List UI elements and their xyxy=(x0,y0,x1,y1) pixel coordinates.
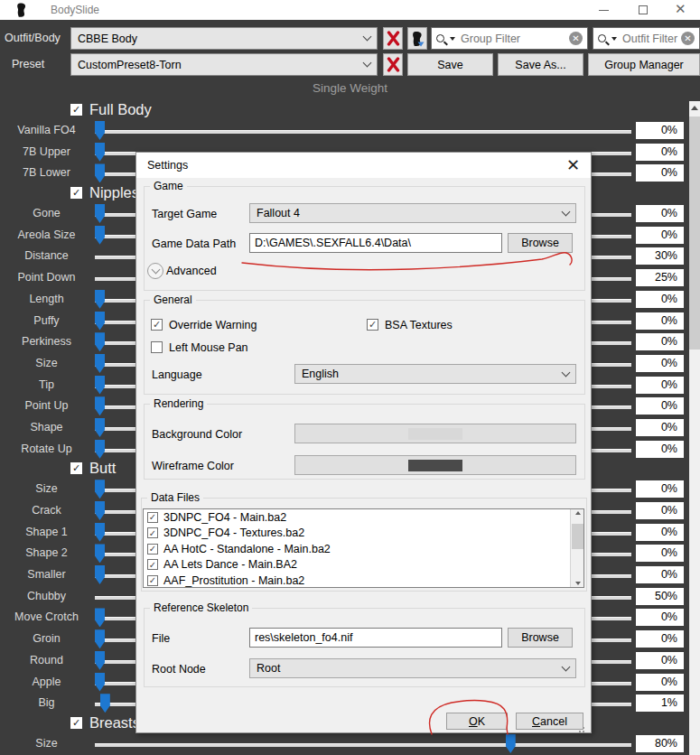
browse-skeleton-button[interactable]: Browse xyxy=(508,628,573,648)
clear-filter-icon[interactable]: ✕ xyxy=(569,32,583,45)
scroll-down-icon[interactable] xyxy=(571,582,584,585)
slider-thumb[interactable] xyxy=(95,376,105,395)
slider-value[interactable]: 0% xyxy=(636,652,684,669)
slider-value[interactable]: 0% xyxy=(636,545,684,562)
slider-value[interactable]: 30% xyxy=(636,247,684,265)
data-file-item[interactable]: ✓3DNPC_FO4 - Textures.ba2 xyxy=(144,526,583,542)
data-file-checkbox[interactable]: ✓ xyxy=(147,512,158,523)
advanced-label[interactable]: Advanced xyxy=(166,265,217,277)
slider-thumb[interactable] xyxy=(95,143,105,162)
slider-thumb[interactable] xyxy=(95,204,105,223)
close-button[interactable]: ✕ xyxy=(675,1,686,17)
data-file-checkbox[interactable]: ✓ xyxy=(147,559,158,570)
group-checkbox[interactable]: ✓ xyxy=(70,187,82,199)
slider-value[interactable]: 0% xyxy=(636,524,684,541)
slider-thumb[interactable] xyxy=(95,544,105,563)
slider-value[interactable]: 0% xyxy=(636,205,684,222)
slider-value[interactable]: 0% xyxy=(636,609,684,626)
advanced-expander[interactable] xyxy=(147,263,163,279)
slider-thumb[interactable] xyxy=(95,673,105,692)
slider-value[interactable]: 80% xyxy=(636,735,684,752)
slider-value[interactable]: 0% xyxy=(636,377,684,394)
save-as-button[interactable]: Save As... xyxy=(498,53,583,76)
group-checkbox[interactable]: ✓ xyxy=(70,104,82,116)
browse-data-path-button[interactable]: Browse xyxy=(508,233,573,253)
preset-combobox[interactable]: CustomPreset8-Torn xyxy=(70,53,378,76)
bsa-textures-label[interactable]: BSA Textures xyxy=(385,319,453,331)
slider-value[interactable]: 0% xyxy=(636,397,684,415)
slider-value[interactable]: 0% xyxy=(636,566,684,583)
slider-value[interactable]: 0% xyxy=(636,355,684,372)
slider-value[interactable]: 0% xyxy=(636,674,684,691)
slider-thumb[interactable] xyxy=(95,480,105,499)
wireframe-color-button[interactable] xyxy=(294,455,576,475)
cancel-button[interactable]: Cancel xyxy=(516,713,583,730)
slider-value[interactable]: 0% xyxy=(636,144,684,161)
slider-value[interactable]: 0% xyxy=(636,333,684,350)
background-color-button[interactable] xyxy=(294,424,576,443)
data-file-checkbox[interactable]: ✓ xyxy=(147,527,158,538)
outfit-body-combobox[interactable]: CBBE Body xyxy=(70,27,378,50)
minimize-button[interactable] xyxy=(599,10,609,11)
resize-grip[interactable] xyxy=(579,731,581,732)
delete-preset-button[interactable] xyxy=(383,53,403,76)
slider-thumb[interactable] xyxy=(95,501,105,520)
edit-project-button[interactable] xyxy=(407,27,427,50)
left-mouse-pan-checkbox[interactable] xyxy=(151,341,163,353)
data-file-item[interactable]: ✓AAF_Prostitution - Main.ba2 xyxy=(144,573,583,588)
slider-value[interactable]: 0% xyxy=(636,630,684,648)
slider-thumb[interactable] xyxy=(95,523,105,542)
outfit-filter-input[interactable] xyxy=(622,33,681,45)
slider-value[interactable]: 0% xyxy=(636,312,684,330)
group-checkbox[interactable]: ✓ xyxy=(70,462,82,474)
root-node-combobox[interactable]: Root xyxy=(249,658,576,678)
slider-thumb[interactable] xyxy=(95,226,105,245)
slider-thumb[interactable] xyxy=(95,163,105,182)
slider-thumb[interactable] xyxy=(95,332,105,351)
data-file-item[interactable]: ✓3DNPC_FO4 - Main.ba2 xyxy=(144,509,583,526)
data-file-item[interactable]: ✓AA HotC - Standalone - Main.ba2 xyxy=(144,541,583,557)
slider-value[interactable]: 0% xyxy=(636,291,684,308)
save-button[interactable]: Save xyxy=(407,53,493,76)
slider-value[interactable]: 0% xyxy=(636,227,684,244)
search-options-dropdown-icon[interactable] xyxy=(611,37,617,41)
slider-value[interactable]: 0% xyxy=(636,419,684,436)
target-game-combobox[interactable]: Fallout 4 xyxy=(249,203,576,223)
settings-close-icon[interactable]: ✕ xyxy=(566,155,580,175)
override-warning-checkbox[interactable]: ✓ xyxy=(151,319,163,331)
bsa-textures-checkbox[interactable]: ✓ xyxy=(367,319,378,331)
slider-value[interactable]: 50% xyxy=(636,588,684,605)
slider-thumb[interactable] xyxy=(95,121,105,140)
clear-filter-icon[interactable]: ✕ xyxy=(681,32,695,45)
group-checkbox[interactable]: ✓ xyxy=(70,717,82,729)
data-file-checkbox[interactable]: ✓ xyxy=(147,575,158,586)
maximize-button[interactable] xyxy=(639,5,648,14)
data-file-checkbox[interactable]: ✓ xyxy=(147,544,158,555)
override-warning-label[interactable]: Override Warning xyxy=(169,319,257,331)
slider-value[interactable]: 25% xyxy=(636,269,684,286)
resize-grip[interactable] xyxy=(583,727,584,729)
slider-thumb[interactable] xyxy=(95,629,105,648)
scroll-up-icon[interactable] xyxy=(571,511,584,515)
game-data-path-input[interactable] xyxy=(249,233,502,253)
slider-value[interactable]: 0% xyxy=(636,164,684,182)
slider-value[interactable]: 0% xyxy=(636,122,684,139)
slider-value[interactable]: 1% xyxy=(636,694,684,712)
delete-outfit-button[interactable] xyxy=(383,27,403,50)
slider-value[interactable]: 0% xyxy=(636,502,684,519)
slider-thumb[interactable] xyxy=(95,651,105,670)
slider-thumb[interactable] xyxy=(95,608,105,627)
settings-titlebar[interactable]: Settings ✕ xyxy=(136,153,591,178)
left-mouse-pan-label[interactable]: Left Mouse Pan xyxy=(169,341,248,354)
slider-value[interactable]: 0% xyxy=(636,480,684,498)
ok-button[interactable]: OK xyxy=(446,713,508,730)
slider-thumb[interactable] xyxy=(100,694,110,713)
slider-thumb[interactable] xyxy=(95,312,105,331)
slider-thumb[interactable] xyxy=(95,440,105,459)
resize-grip[interactable] xyxy=(583,731,584,732)
slider-thumb[interactable] xyxy=(95,354,105,373)
data-files-scrollbar[interactable] xyxy=(570,509,583,587)
scroll-up-icon[interactable] xyxy=(689,101,700,115)
main-scrollbar[interactable] xyxy=(689,101,700,755)
search-options-dropdown-icon[interactable] xyxy=(450,37,455,41)
